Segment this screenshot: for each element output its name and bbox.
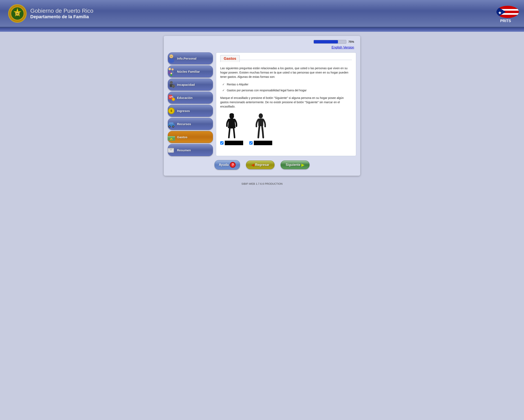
nucleo-familiar-icon [167, 67, 176, 76]
incapacidad-icon [167, 80, 176, 89]
regresar-button-label: Regresar [255, 163, 269, 167]
progress-bar-background [314, 40, 346, 44]
panel-title-line [240, 60, 352, 60]
ayuda-button[interactable]: Ayuda ? [215, 160, 240, 170]
sidebar-item-recursos[interactable]: Recursos [168, 118, 213, 130]
svg-text:PR: PR [16, 13, 18, 14]
figure-2-wrapper [249, 113, 272, 145]
figure-1-checkbox[interactable] [220, 141, 224, 144]
title-line1: Gobierno de Puerto Rico [30, 8, 93, 14]
sidebar-item-label-recursos: Recursos [177, 122, 191, 126]
sidebar-item-label-nucleo-familiar: Núcleo Familiar [177, 70, 200, 73]
english-link-container: English Version [168, 46, 356, 49]
svg-point-14 [171, 56, 171, 56]
panel-title-tab: Gastos [220, 55, 240, 62]
svg-point-51 [229, 113, 234, 116]
figure-2-name-box [254, 141, 272, 145]
sidebar-item-resumen[interactable]: Resumen [168, 144, 213, 156]
svg-point-18 [172, 68, 174, 71]
svg-point-16 [168, 68, 171, 70]
panel-header: Gastos [216, 53, 356, 62]
figure-2-controls [249, 141, 272, 145]
figure-1-name-box [225, 141, 243, 145]
svg-point-31 [172, 98, 175, 100]
header-divider [0, 28, 524, 32]
figure-1-female [225, 113, 239, 139]
svg-point-15 [172, 56, 172, 56]
sidebar-item-gastos[interactable]: $ Gastos [168, 131, 213, 143]
sidebar-item-ingresos[interactable]: $ Ingresos [168, 105, 213, 117]
bottom-buttons: Ayuda ? ◀ Regresar Siguiente ▶ [168, 160, 356, 172]
checklist-item-1-text: Rentas o Alquiler [227, 83, 248, 86]
title-line2: Departamento de la Familia [30, 14, 93, 19]
svg-rect-36 [169, 122, 173, 124]
english-version-link[interactable]: English Version [332, 46, 354, 49]
siguiente-button[interactable]: Siguiente ▶ [281, 161, 309, 169]
figure-1-wrapper [220, 113, 243, 145]
header-left: PR Gobierno de Puerto Rico Departamento … [8, 4, 93, 23]
main-container: 75% English Version [164, 36, 360, 176]
checklist-item-2-text: Gastos por personas con responsabilidad … [227, 89, 307, 92]
resumen-icon [167, 146, 176, 155]
figure-2-checkbox[interactable] [249, 141, 253, 144]
header: PR Gobierno de Puerto Rico Departamento … [0, 0, 524, 28]
svg-rect-42 [168, 136, 175, 137]
sidebar-item-incapacidad[interactable]: Incapacidad [168, 79, 213, 90]
sidebar-item-label-resumen: Resumen [177, 148, 191, 152]
checklist: ✓ Rentas o Alquiler ✓ Gastos por persona… [220, 82, 352, 93]
siguiente-arrow-icon: ▶ [301, 162, 304, 167]
progress-label: 75% [348, 40, 354, 44]
sidebar-item-label-gastos: Gastos [177, 135, 187, 139]
government-logo: PR [8, 4, 26, 23]
svg-rect-53 [258, 119, 263, 126]
sidebar-item-label-educacion: Educación [177, 96, 192, 99]
checklist-item-1: ✓ Rentas o Alquiler [222, 82, 352, 87]
figure-2-male [253, 113, 268, 139]
svg-point-21 [170, 74, 172, 76]
figure-1-controls [220, 141, 243, 145]
info-personal-icon [167, 54, 176, 63]
sidebar-item-label-info-personal: Info.Personal [177, 57, 196, 60]
panel-description: Las siguientes preguntas están relaciona… [220, 66, 352, 79]
figures-container [220, 113, 352, 145]
sidebar-item-info-personal[interactable]: Info.Personal [168, 53, 213, 64]
sidebar-item-label-ingresos: Ingresos [177, 109, 190, 113]
svg-point-13 [170, 55, 173, 58]
svg-point-40 [173, 126, 174, 127]
svg-point-22 [170, 81, 173, 84]
panel-title-text: Gastos [224, 56, 236, 61]
svg-point-20 [171, 73, 172, 74]
regresar-button[interactable]: ◀ Regresar [246, 161, 274, 169]
check-mark-2: ✓ [222, 89, 225, 92]
progress-bar-fill [314, 40, 338, 44]
svg-text:12%: 12% [169, 96, 173, 98]
panel-instruction: Marque el encasillado y presione el botó… [220, 96, 352, 109]
svg-point-52 [259, 113, 263, 118]
recursos-icon [167, 119, 176, 128]
prits-logo: PRITS [495, 4, 516, 23]
check-mark-1: ✓ [222, 83, 225, 86]
panel-body: Las siguientes preguntas están relaciona… [216, 62, 356, 151]
header-title: Gobierno de Puerto Rico Departamento de … [30, 8, 93, 19]
sidebar-item-educacion[interactable]: 12% Educación [168, 92, 213, 104]
content-row: Info.Personal Núcleo Familiar [168, 53, 356, 156]
checklist-item-2: ✓ Gastos por personas con responsabilida… [222, 88, 352, 93]
ayuda-question-icon: ? [230, 162, 236, 168]
svg-point-38 [169, 126, 170, 127]
sidebar-item-label-incapacidad: Incapacidad [177, 83, 195, 86]
ayuda-button-label: Ayuda [219, 163, 229, 167]
siguiente-button-label: Siguiente [286, 163, 300, 167]
sidebar: Info.Personal Núcleo Familiar [168, 53, 213, 156]
footer: SIBIF-WEB 1.7.6.6 PRODUCTION [239, 180, 285, 188]
prits-flag-graphic [495, 4, 516, 18]
gastos-icon: $ [167, 133, 176, 142]
sidebar-item-nucleo-familiar[interactable]: Núcleo Familiar [168, 65, 213, 77]
ingresos-icon: $ [167, 106, 176, 115]
svg-text:$: $ [171, 139, 172, 141]
regresar-arrow-icon: ◀ [251, 162, 254, 167]
footer-text: SIBIF-WEB 1.7.6.6 PRODUCTION [242, 182, 283, 185]
main-panel: Gastos Las siguientes preguntas están re… [216, 53, 356, 156]
educacion-icon: 12% [167, 93, 176, 102]
progress-container: 75% [168, 40, 356, 44]
svg-text:$: $ [171, 109, 172, 112]
